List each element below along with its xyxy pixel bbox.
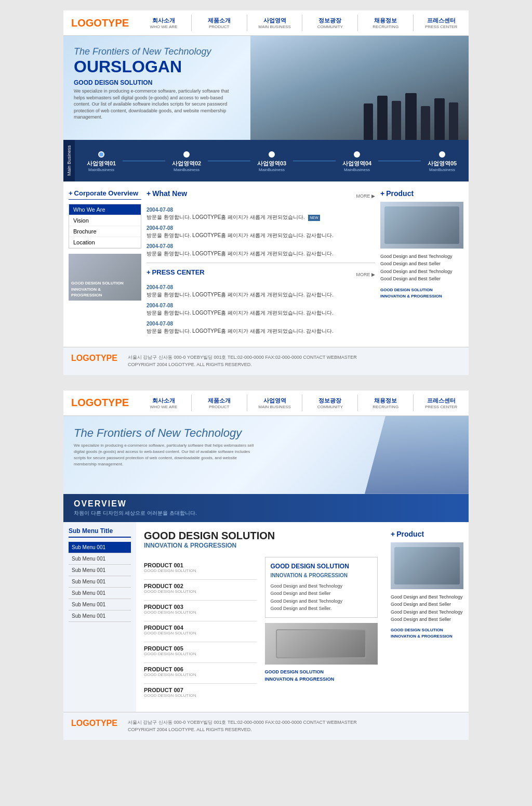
nav-main-6: 프레스센터 <box>415 17 468 24</box>
nav2-item-4[interactable]: 정보광장 COMMUNITY <box>302 395 358 411</box>
press-text-1: 방문을 환영합니다. LOGOTYPE홈 페이지가 새롭게 개편되었습니다. 감… <box>147 291 375 298</box>
gds-title: GOOD DESIGN SOLUTION <box>271 563 373 570</box>
nav-sub-6: PRESS CENTER <box>415 24 468 29</box>
biz-item-2[interactable]: 사업영역02 MainBusiness <box>165 149 208 172</box>
main-content: Corporate Overview Who We Are Vision Bro… <box>63 181 469 347</box>
p-divider-5 <box>144 662 257 663</box>
p-name-5: PRODUCT 005 <box>144 645 257 652</box>
footer2-text: 서울시 강남구 신사동 000-0 YOEBY빌딩 001호 TEL:02-00… <box>128 719 357 734</box>
product-title: Product <box>380 189 463 198</box>
biz-items: 사업영역01 MainBusiness 사업영역02 MainBusiness … <box>75 149 469 172</box>
hero-text: The Frontiers of New Technology OURSLOGA… <box>74 46 230 121</box>
sidebar2-item-5[interactable]: Sub Menu 001 <box>69 588 131 599</box>
nav-item-6[interactable]: 프레스센터 PRESS CENTER <box>414 15 469 31</box>
nav2-main-5: 채용정보 <box>359 397 412 405</box>
footer-logo: LOGOTYPE <box>71 354 117 363</box>
biz-name-3: 사업영역03 <box>250 160 293 167</box>
press-item-3: 2004-07-08 방문을 환영합니다. LOGOTYPE홈 페이지가 새롭게… <box>147 321 375 335</box>
gds-sub: INNOVATION & PROGRESSION <box>271 573 373 578</box>
news-text-3: 방문을 환영합니다. LOGOTYPE홈 페이지가 새롭게 개편되었습니다. 감… <box>147 250 375 257</box>
biz-sub-5: MainBusiness <box>421 167 463 172</box>
news-date-1: 2004-07-08 <box>147 207 375 213</box>
biz-bar-label: Main Business <box>63 140 75 181</box>
press-title: PRESS CENTER <box>147 268 205 276</box>
footer2-logo-2: TYPE <box>96 719 117 727</box>
sidebar2-item-3[interactable]: Sub Menu 001 <box>69 565 131 576</box>
footer: LOGOTYPE 서울시 강남구 신사동 000-0 YOEBY빌딩 001호 … <box>63 347 469 375</box>
nav2-sub-2: PRODUCT <box>193 405 246 409</box>
sidebar: Corporate Overview Who We Are Vision Bro… <box>69 189 141 339</box>
product-footer-1: GOOD DESIGN SOLUTION <box>380 287 463 293</box>
product-desc-3: Good Design and Best Technology <box>380 268 463 275</box>
hero-section: The Frontiers of New Technology OURSLOGA… <box>63 36 469 140</box>
sidebar-menu: Who We Are Vision Brochure Location <box>69 204 141 249</box>
nav2-sub-4: COMMUNITY <box>303 405 356 409</box>
biz-dot-1 <box>98 151 104 158</box>
news-text-2: 방문을 환영합니다. LOGOTYPE홈 페이지가 새롭게 개편되었습니다. 감… <box>147 232 375 239</box>
hero-solution: GOOD DEISGN SOLUTION <box>74 79 230 86</box>
nav-item-2[interactable]: 제품소개 PRODUCT <box>192 15 247 31</box>
whatnew-more[interactable]: MORE <box>356 193 375 199</box>
press-text-2: 방문을 환영합니다. LOGOTYPE홈 페이지가 새롭게 개편되었습니다. 감… <box>147 309 375 317</box>
p-sub-3: GOOD DESIGN SOLUTION <box>144 610 257 615</box>
nav-item-3[interactable]: 사업영역 MAIN BUSINESS <box>247 15 303 31</box>
sidebar-item-vision[interactable]: Vision <box>69 215 141 226</box>
sidebar2-item-1[interactable]: Sub Menu 001 <box>69 542 131 553</box>
product2-desc-4: Good Design and Best Seller <box>391 616 463 623</box>
p-divider-4 <box>144 642 257 642</box>
footer-logo-1: LOGO <box>71 354 96 362</box>
p-name-6: PRODUCT 006 <box>144 666 257 672</box>
biz-sub-2: MainBusiness <box>165 167 208 172</box>
news-date-3: 2004-07-08 <box>147 243 375 249</box>
sidebar2-item-7[interactable]: Sub Menu 001 <box>69 610 131 622</box>
nav-item-1[interactable]: 회사소개 WHO WE ARE <box>136 15 192 31</box>
nav2-main-2: 제품소개 <box>193 397 246 405</box>
biz-sub-4: MainBusiness <box>336 167 378 172</box>
nav2-item-5[interactable]: 채용정보 RECRUITING <box>358 395 414 411</box>
hero2-section: The Frontiers of New Technology We speci… <box>63 416 469 494</box>
biz-item-3[interactable]: 사업영역03 MainBusiness <box>250 149 293 172</box>
biz-item-4[interactable]: 사업영역04 MainBusiness <box>336 149 378 172</box>
product-footer: GOOD DESIGN SOLUTION INNOVATION & PROGRE… <box>380 287 463 300</box>
footer-logo-2: TYPE <box>96 354 117 362</box>
sidebar2-item-4[interactable]: Sub Menu 001 <box>69 576 131 588</box>
press-more[interactable]: MORE <box>356 272 375 277</box>
p-divider-2 <box>144 600 257 601</box>
nav-main-1: 회사소개 <box>137 17 190 24</box>
nav2-item-2[interactable]: 제품소개 PRODUCT <box>192 395 247 411</box>
product-footer-2: INNOVATION & PROGRESSION <box>380 293 463 300</box>
sidebar2-item-2[interactable]: Sub Menu 001 <box>69 553 131 565</box>
product-desc: Good Design and Best Technology Good Des… <box>380 253 463 283</box>
biz-line-1 <box>123 161 165 161</box>
p-divider-3 <box>144 621 257 621</box>
p-name-1: PRODUCT 001 <box>144 562 257 568</box>
product-row-4: PRODUCT 004 GOOD DESIGN SOLUTION <box>144 625 257 635</box>
logo2-text1: LOGO <box>71 397 102 408</box>
p-sub-6: GOOD DESIGN SOLUTION <box>144 672 257 677</box>
sidebar2-item-6[interactable]: Sub Menu 001 <box>69 599 131 610</box>
whatnew-item-1: 2004-07-08 방문을 환영합니다. LOGOTYPE홈 페이지가 새롭게… <box>147 207 375 221</box>
p-sub-7: GOOD DESIGN SOLUTION <box>144 693 257 698</box>
sidebar-item-location[interactable]: Location <box>69 237 141 248</box>
product-row-2: PRODUCT 002 GOOD DESIGN SOLUTION <box>144 583 257 594</box>
logo2-text2: TYPE <box>102 397 129 408</box>
right2-product: Product Good Design and Best Technology … <box>385 522 469 712</box>
nav2-item-1[interactable]: 회사소개 WHO WE ARE <box>136 395 192 411</box>
nav2-sub-6: PRESS CENTER <box>415 405 468 409</box>
p-sub-1: GOOD DESIGN SOLUTION <box>144 568 257 573</box>
nav2-item-3[interactable]: 사업영역 MAIN BUSINESS <box>247 395 303 411</box>
biz-item-1[interactable]: 사업영역01 MainBusiness <box>80 149 123 172</box>
sidebar-item-who[interactable]: Who We Are <box>69 204 141 215</box>
gds-box: GOOD DESIGN SOLUTION INNOVATION & PROGRE… <box>265 557 378 618</box>
press-date-3: 2004-07-08 <box>147 321 375 327</box>
biz-dot-3 <box>269 151 275 158</box>
nav-item-5[interactable]: 채용정보 RECRUITING <box>358 15 414 31</box>
footer-text-2: COPYRIGHT 2004 LOGOTYPE. ALL RIGHTS RESE… <box>128 361 357 368</box>
sidebar-item-brochure[interactable]: Brochure <box>69 226 141 237</box>
nav2-item-6[interactable]: 프레스센터 PRESS CENTER <box>414 395 469 411</box>
business-bar: Main Business 사업영역01 MainBusiness 사업영역02… <box>63 140 469 181</box>
biz-item-5[interactable]: 사업영역05 MainBusiness <box>421 149 463 172</box>
logo-text2: TYPE <box>102 17 129 29</box>
footer2-logo-1: LOGO <box>71 719 96 727</box>
nav-item-4[interactable]: 정보광장 COMMUNITY <box>302 15 358 31</box>
